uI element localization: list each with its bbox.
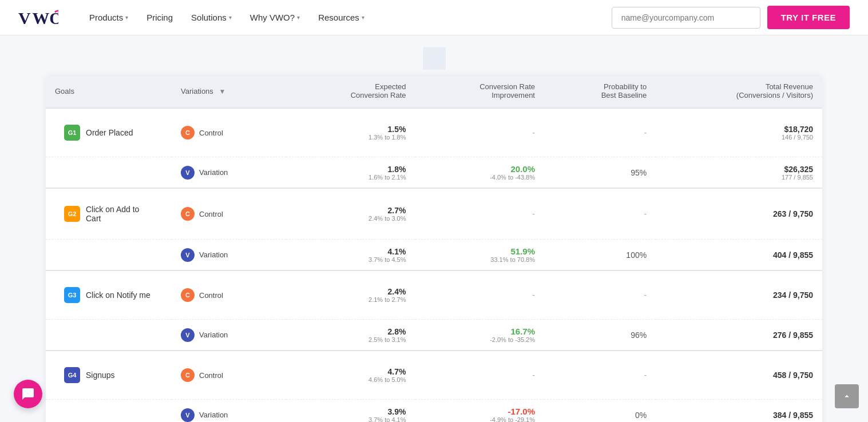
revenue-cell: 276 / 9,855 [656, 320, 822, 351]
solutions-chevron-icon: ▾ [229, 14, 232, 21]
revenue-sub: 177 / 9,855 [665, 174, 813, 181]
col-goals: Goals [46, 74, 172, 108]
ecr-cell: 4.7% 4.6% to 5.0% [286, 351, 415, 400]
revenue-conversions: 234 / 9,750 [665, 290, 813, 300]
prob-value: 100% [626, 250, 647, 260]
ecr-cell: 4.1% 3.7% to 4.5% [286, 240, 415, 271]
cri-cell: - [415, 108, 545, 157]
ecr-cell: 1.8% 1.6% to 2.1% [286, 157, 415, 189]
variation-name: Variation [199, 168, 228, 177]
ecr-main: 1.8% [295, 165, 406, 174]
cri-cell: 51.9% 33.1% to 70.8% [415, 240, 545, 271]
probability-cell: - [544, 351, 656, 400]
ecr-sub: 4.6% to 5.0% [295, 376, 406, 383]
prob-value: 0% [635, 411, 647, 420]
variation-badge: V [181, 408, 195, 422]
col-variations: Variations ▼ [172, 74, 286, 108]
variation-name: Control [199, 291, 223, 300]
revenue-sub: 146 / 9,750 [665, 134, 813, 141]
revenue-cell: $26,325 177 / 9,855 [656, 157, 822, 189]
probability-cell: 0% [544, 400, 656, 423]
variation-badge: C [181, 368, 195, 382]
probability-cell: 96% [544, 320, 656, 351]
ecr-sub: 2.1% to 2.7% [295, 296, 406, 303]
variation-name: Control [199, 210, 223, 218]
nav-solutions[interactable]: Solutions ▾ [183, 8, 240, 27]
revenue-main: $18,720 [665, 125, 813, 134]
variation-name: Variation [199, 331, 228, 339]
navbar-right: TRY IT FREE [612, 6, 850, 29]
ecr-sub: 3.7% to 4.1% [295, 416, 406, 423]
nav-whyvwo[interactable]: Why VWO? ▾ [242, 8, 308, 27]
scroll-top-button[interactable] [835, 384, 859, 408]
revenue-conversions: 263 / 9,750 [665, 209, 813, 218]
ecr-main: 4.1% [295, 247, 406, 256]
goal-name: Order Placed [86, 128, 133, 137]
probability-cell: - [544, 270, 656, 320]
goal-name: Click on Notify me [86, 290, 150, 300]
prob-value: 96% [631, 331, 647, 340]
revenue-conversions: 458 / 9,750 [665, 371, 813, 380]
ecr-sub: 3.7% to 4.5% [295, 256, 406, 263]
cri-dash: - [532, 209, 535, 218]
variation-cell: V Variation [172, 157, 286, 189]
nav-products[interactable]: Products ▾ [81, 8, 136, 27]
svg-text:W: W [33, 8, 50, 27]
goal-name: Click on Add to Cart [86, 205, 153, 223]
revenue-cell: $18,720 146 / 9,750 [656, 108, 822, 157]
cri-value: 51.9% [425, 246, 536, 256]
variation-cell: V Variation [172, 400, 286, 423]
table-row: G3 Click on Notify me C Control 2.4% 2.1… [46, 270, 822, 320]
table-row: V Variation 1.8% 1.6% to 2.1% 20.0% -4.0… [46, 157, 822, 189]
nav-pricing[interactable]: Pricing [138, 8, 181, 27]
arrow-up-icon [842, 391, 852, 401]
cri-cell: - [415, 351, 545, 400]
goal-badge: G1 [64, 125, 80, 141]
variation-cell: V Variation [172, 320, 286, 351]
variation-cell: C Control [172, 108, 286, 157]
email-input[interactable] [612, 7, 760, 29]
variation-cell: C Control [172, 188, 286, 240]
logo[interactable]: V W O [18, 6, 58, 29]
col-revenue: Total Revenue(Conversions / Visitors) [656, 74, 822, 108]
filter-icon[interactable]: ▼ [219, 87, 225, 95]
variation-badge: C [181, 207, 195, 221]
revenue-main: $26,325 [665, 165, 813, 174]
results-table-container: Goals Variations ▼ ExpectedConversion Ra… [46, 74, 822, 422]
variation-badge: C [181, 288, 195, 302]
variation-cell: C Control [172, 351, 286, 400]
table-row: G1 Order Placed C Control 1.5% 1.3% to 1… [46, 108, 822, 157]
cri-dash: - [532, 290, 535, 300]
nav-resources[interactable]: Resources ▾ [310, 8, 372, 27]
try-free-button[interactable]: TRY IT FREE [767, 6, 850, 29]
variation-cell: V Variation [172, 240, 286, 271]
svg-text:V: V [18, 8, 31, 27]
table-row: G4 Signups C Control 4.7% 4.6% to 5.0%--… [46, 351, 822, 400]
cri-value: 20.0% [425, 164, 536, 174]
col-cri: Conversion RateImprovement [415, 74, 545, 108]
ecr-sub: 1.6% to 2.1% [295, 174, 406, 181]
cri-cell: 16.7% -2.0% to -35.2% [415, 320, 545, 351]
revenue-cell: 384 / 9,855 [656, 400, 822, 423]
top-bar-area [46, 47, 822, 70]
results-table: Goals Variations ▼ ExpectedConversion Ra… [46, 74, 822, 422]
cri-dash: - [532, 128, 535, 137]
revenue-cell: 458 / 9,750 [656, 351, 822, 400]
goal-cell-G3: G3 Click on Notify me [46, 270, 172, 320]
variation-badge: V [181, 166, 195, 180]
ecr-cell: 3.9% 3.7% to 4.1% [286, 400, 415, 423]
variation-badge: V [181, 248, 195, 262]
probability-cell: 95% [544, 157, 656, 189]
main-nav: Products ▾ Pricing Solutions ▾ Why VWO? … [81, 8, 372, 27]
navbar: V W O Products ▾ Pricing Solutions ▾ Why… [0, 0, 868, 35]
cri-range: -4.0% to -43.8% [425, 174, 536, 181]
col-ecr: ExpectedConversion Rate [286, 74, 415, 108]
variation-name: Control [199, 371, 223, 380]
prob-value: 95% [631, 168, 647, 177]
ecr-main: 4.7% [295, 367, 406, 376]
chat-button[interactable] [14, 380, 42, 408]
ecr-sub: 1.3% to 1.8% [295, 134, 406, 141]
cri-range: 33.1% to 70.8% [425, 256, 536, 263]
ecr-main: 2.4% [295, 287, 406, 296]
variation-name: Control [199, 129, 223, 137]
